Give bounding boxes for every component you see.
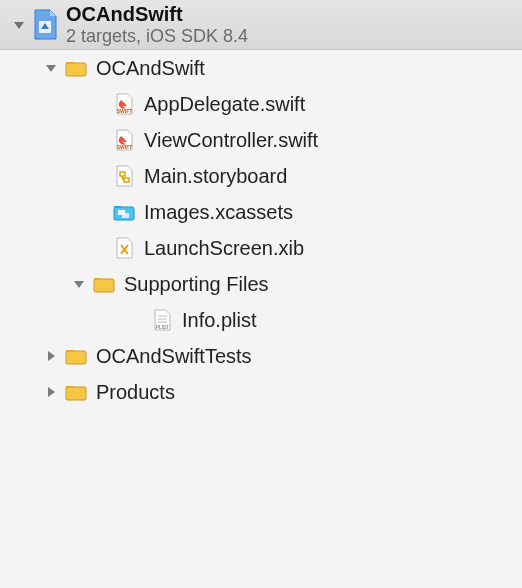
group-label: Products	[96, 381, 175, 404]
disclosure-triangle-closed-icon[interactable]	[44, 349, 58, 363]
file-row-storyboard[interactable]: Main.storyboard	[0, 158, 522, 194]
xcode-project-icon	[32, 9, 58, 41]
file-row-infoplist[interactable]: PLIST Info.plist	[0, 302, 522, 338]
disclosure-triangle-open-icon[interactable]	[44, 61, 58, 75]
xib-file-icon	[112, 236, 136, 260]
svg-point-2	[44, 24, 47, 27]
group-row-products[interactable]: Products	[0, 374, 522, 410]
file-label: Main.storyboard	[144, 165, 287, 188]
group-row-tests[interactable]: OCAndSwiftTests	[0, 338, 522, 374]
svg-marker-18	[48, 351, 55, 361]
file-row-viewcontroller[interactable]: SWIFT ViewController.swift	[0, 122, 522, 158]
file-label: AppDelegate.swift	[144, 93, 305, 116]
file-row-appdelegate[interactable]: SWIFT AppDelegate.swift	[0, 86, 522, 122]
svg-rect-21	[66, 387, 86, 400]
project-subtitle: 2 targets, iOS SDK 8.4	[66, 27, 248, 47]
svg-rect-4	[66, 63, 86, 76]
folder-icon	[92, 272, 116, 296]
folder-icon	[64, 344, 88, 368]
svg-marker-20	[48, 387, 55, 397]
group-label: Supporting Files	[124, 273, 269, 296]
svg-marker-3	[46, 65, 56, 72]
file-label: LaunchScreen.xib	[144, 237, 304, 260]
file-row-xcassets[interactable]: Images.xcassets	[0, 194, 522, 230]
svg-rect-19	[66, 351, 86, 364]
group-label: OCAndSwiftTests	[96, 345, 252, 368]
svg-marker-0	[14, 22, 24, 29]
plist-file-icon: PLIST	[150, 308, 174, 332]
folder-icon	[64, 380, 88, 404]
xcassets-folder-icon	[112, 200, 136, 224]
swift-file-icon: SWIFT	[112, 128, 136, 152]
disclosure-triangle-open-icon[interactable]	[72, 277, 86, 291]
project-title: OCAndSwift	[66, 3, 248, 25]
group-row-supporting[interactable]: Supporting Files	[0, 266, 522, 302]
svg-text:SWIFT: SWIFT	[117, 108, 133, 114]
project-row[interactable]: OCAndSwift 2 targets, iOS SDK 8.4	[0, 0, 522, 50]
group-label: OCAndSwift	[96, 57, 205, 80]
svg-text:PLIST: PLIST	[156, 325, 169, 330]
disclosure-triangle-closed-icon[interactable]	[44, 385, 58, 399]
file-label: ViewController.swift	[144, 129, 318, 152]
storyboard-file-icon	[112, 164, 136, 188]
svg-text:SWIFT: SWIFT	[117, 144, 133, 150]
svg-rect-13	[94, 279, 114, 292]
swift-file-icon: SWIFT	[112, 92, 136, 116]
file-label: Info.plist	[182, 309, 256, 332]
file-label: Images.xcassets	[144, 201, 293, 224]
file-row-xib[interactable]: LaunchScreen.xib	[0, 230, 522, 266]
svg-marker-12	[74, 281, 84, 288]
disclosure-triangle-open-icon[interactable]	[12, 18, 26, 32]
svg-rect-11	[122, 213, 129, 218]
project-navigator[interactable]: OCAndSwift 2 targets, iOS SDK 8.4 OCAndS…	[0, 0, 522, 410]
group-row-main[interactable]: OCAndSwift	[0, 50, 522, 86]
folder-icon	[64, 56, 88, 80]
